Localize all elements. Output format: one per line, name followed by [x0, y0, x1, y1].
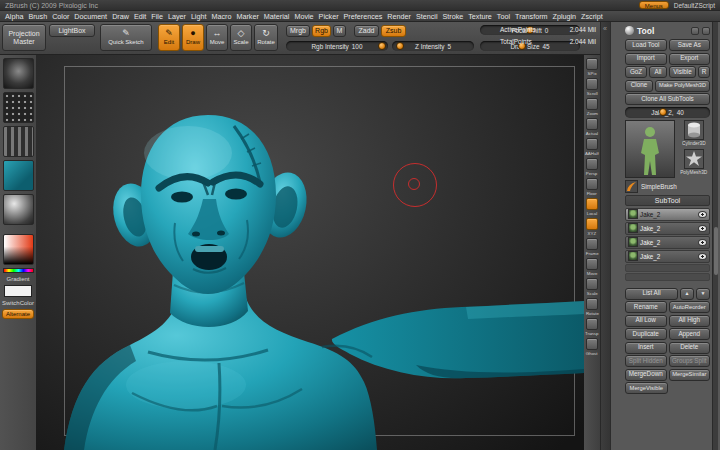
right-shelf-zoom[interactable]: Zoom [584, 98, 600, 117]
menu-light[interactable]: Light [191, 12, 207, 21]
save-as-button[interactable]: Save As [669, 39, 711, 51]
right-shelf-scale[interactable]: Scale [584, 278, 600, 297]
right-shelf-xyz[interactable]: XYZ [584, 218, 600, 237]
groups-split-button[interactable]: Groups Split [669, 355, 711, 367]
visibility-eye-icon[interactable] [698, 253, 707, 260]
stroke-type-thumbnail[interactable] [3, 92, 34, 123]
sculpt-model[interactable] [36, 55, 584, 450]
goz-visible-button[interactable]: Visible [669, 66, 696, 78]
visibility-eye-icon[interactable] [698, 225, 707, 232]
right-shelf-rotate[interactable]: Rotate [584, 298, 600, 317]
right-shelf-local[interactable]: Local [584, 198, 600, 217]
import-button[interactable]: Import [625, 53, 667, 65]
right-shelf-spix[interactable]: SPix [584, 58, 600, 77]
alternate-button[interactable]: Alternate [2, 309, 34, 319]
rename-button[interactable]: Rename [625, 301, 667, 313]
merge-down-button[interactable]: MergeDown [625, 369, 667, 381]
subtool-row-4[interactable]: Jake_2 [625, 250, 710, 263]
menu-brush[interactable]: Brush [28, 12, 47, 21]
document-canvas[interactable] [36, 55, 584, 450]
zadd-button[interactable]: Zadd [354, 25, 379, 37]
menu-macro[interactable]: Macro [211, 12, 231, 21]
subtool-row-1[interactable]: Jake_2 [625, 208, 710, 221]
zsub-button[interactable]: Zsub [381, 25, 406, 37]
tray-scrollbar[interactable] [712, 22, 718, 450]
list-all-button[interactable]: List All [625, 288, 678, 300]
menu-preferences[interactable]: Preferences [344, 12, 383, 21]
draw-mode-button[interactable]: ● Draw [182, 24, 204, 51]
menu-file[interactable]: File [151, 12, 163, 21]
goz-r-button[interactable]: R [698, 66, 710, 78]
delete-button[interactable]: Delete [669, 342, 711, 354]
menu-layer[interactable]: Layer [168, 12, 186, 21]
goz-all-button[interactable]: All [649, 66, 667, 78]
menu-draw[interactable]: Draw [112, 12, 129, 21]
subtool-down-button[interactable]: ▼ [696, 288, 710, 300]
right-shelf-persp[interactable]: Persp [584, 158, 600, 177]
duplicate-button[interactable]: Duplicate [625, 328, 667, 340]
lightbox-button[interactable]: LightBox [49, 24, 95, 37]
current-tool-thumbnail[interactable] [625, 120, 675, 178]
default-zscript-button[interactable]: DefaultZScript [674, 2, 715, 9]
subtool-row-3[interactable]: Jake_2 [625, 236, 710, 249]
right-shelf-transp[interactable]: Transp [584, 318, 600, 337]
edit-mode-button[interactable]: ✎ Edit [158, 24, 180, 51]
subtool-up-button[interactable]: ▲ [680, 288, 694, 300]
rgb-intensity-knob[interactable] [378, 42, 386, 50]
polymesh3d-thumbnail[interactable] [684, 149, 704, 169]
merge-visible-button[interactable]: MergeVisible [625, 382, 668, 394]
palette-menu-icon[interactable] [702, 27, 710, 35]
menu-alpha[interactable]: Alpha [5, 12, 23, 21]
menu-marker[interactable]: Marker [236, 12, 258, 21]
menu-edit[interactable]: Edit [134, 12, 146, 21]
visibility-eye-icon[interactable] [698, 211, 707, 218]
menu-material[interactable]: Material [264, 12, 290, 21]
rgb-button[interactable]: Rgb [312, 25, 331, 37]
gradient-label[interactable]: Gradient [6, 276, 29, 282]
make-polymesh3d-button[interactable]: Make PolyMesh3D [655, 80, 710, 92]
clone-button[interactable]: Clone [625, 80, 653, 92]
clone-all-subtools-button[interactable]: Clone All SubTools [625, 93, 710, 105]
tool-name-slider[interactable]: Jake_2, 40 [625, 107, 710, 118]
tray-scrollbar-thumb[interactable] [714, 227, 718, 275]
hue-bar[interactable] [3, 268, 34, 273]
append-button[interactable]: Append [669, 328, 711, 340]
quick-sketch-button[interactable]: ✎ Quick Sketch [100, 24, 152, 51]
subtool-section-header[interactable]: SubTool [625, 195, 710, 206]
autoreorder-button[interactable]: AutoReorder [669, 301, 711, 313]
menu-zscript[interactable]: Zscript [581, 12, 603, 21]
palette-pin-icon[interactable] [691, 27, 699, 35]
menu-picker[interactable]: Picker [319, 12, 339, 21]
z-intensity-knob[interactable] [396, 42, 404, 50]
right-shelf-floor[interactable]: Floor [584, 178, 600, 197]
menu-tool[interactable]: Tool [497, 12, 510, 21]
goz-button[interactable]: GoZ [625, 66, 647, 78]
rotate-mode-button[interactable]: ↻ Rotate [254, 24, 278, 51]
menu-stroke[interactable]: Stroke [443, 12, 464, 21]
menu-document[interactable]: Document [74, 12, 107, 21]
subtool-row-2[interactable]: Jake_2 [625, 222, 710, 235]
simplebrush-row[interactable]: SimpleBrush [625, 180, 710, 193]
right-shelf-frame[interactable]: Frame [584, 238, 600, 257]
right-shelf-actual[interactable]: Actual [584, 118, 600, 137]
load-tool-button[interactable]: Load Tool [625, 39, 667, 51]
mrgb-button[interactable]: Mrgb [286, 25, 310, 37]
menu-zplugin[interactable]: Zplugin [553, 12, 577, 21]
menu-transform[interactable]: Transform [515, 12, 547, 21]
switch-color-label[interactable]: SwitchColor [2, 300, 34, 306]
right-shelf-aahalf[interactable]: AAHalf [584, 138, 600, 157]
insert-button[interactable]: Insert [625, 342, 667, 354]
rgb-intensity-slider[interactable]: Rgb Intensity 100 [286, 41, 388, 51]
z-intensity-slider[interactable]: Z Intensity 5 [392, 41, 474, 51]
right-shelf-ghost[interactable]: Ghost [584, 338, 600, 357]
menu-texture[interactable]: Texture [468, 12, 492, 21]
projection-master-button[interactable]: Projection Master [2, 24, 46, 51]
split-hidden-button[interactable]: Split Hidden [625, 355, 667, 367]
switch-color-swatch[interactable] [4, 285, 32, 297]
current-material-thumbnail[interactable] [3, 194, 34, 225]
tray-collapse-icon[interactable]: « [603, 25, 607, 32]
visibility-eye-icon[interactable] [698, 239, 707, 246]
current-texture-thumbnail[interactable] [3, 160, 34, 191]
menu-stencil[interactable]: Stencil [416, 12, 438, 21]
menus-toggle-button[interactable]: Menus [639, 1, 669, 9]
